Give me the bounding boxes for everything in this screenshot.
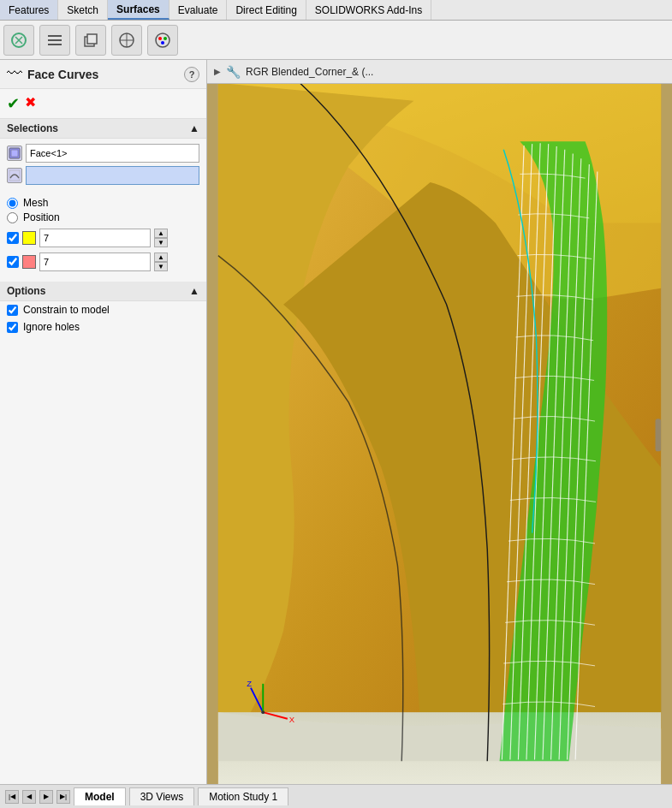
curve-icon: [7, 168, 22, 183]
svg-point-9: [156, 33, 169, 47]
svg-point-33: [261, 710, 265, 714]
tree-item-label: RGR Blended_Corner_& (...: [246, 66, 373, 78]
nav-first[interactable]: |◀: [5, 790, 19, 804]
face-selection-input[interactable]: Face<1>: [26, 144, 199, 163]
second-input-row: [7, 166, 199, 185]
spinner-row-2: ▲ ▼: [0, 251, 206, 273]
action-row: ✔ ✖: [0, 89, 206, 119]
svg-rect-1: [48, 35, 62, 37]
svg-point-11: [164, 37, 167, 40]
mesh-radio[interactable]: [7, 198, 18, 209]
nav-prev[interactable]: ◀: [22, 790, 36, 804]
svg-rect-3: [48, 44, 62, 45]
tool-color[interactable]: [147, 25, 178, 56]
position-radio[interactable]: [7, 212, 18, 223]
ignore-holes-checkbox[interactable]: [7, 322, 18, 333]
spinner-1-checkbox[interactable]: [7, 232, 19, 244]
options-label: Options: [7, 285, 45, 297]
ignore-holes-label[interactable]: Ignore holes: [23, 321, 80, 333]
tab-motion-study[interactable]: Motion Study 1: [198, 787, 288, 805]
face-curves-icon: 〰: [7, 65, 22, 83]
panel-header: 〰 Face Curves ?: [0, 60, 206, 89]
radio-group: Mesh Position: [0, 193, 206, 227]
spinner-1-up[interactable]: ▲: [154, 229, 168, 238]
menu-evaluate[interactable]: Evaluate: [169, 0, 228, 20]
component-icon: 🔧: [226, 65, 241, 79]
mesh-label[interactable]: Mesh: [23, 197, 48, 209]
menu-bar: Features Sketch Surfaces Evaluate Direct…: [0, 0, 672, 21]
svg-rect-15: [9, 170, 20, 181]
svg-rect-2: [48, 39, 62, 41]
left-panel: 〰 Face Curves ? ✔ ✖ Selections ▲ Face<1>: [0, 60, 207, 784]
spinner-1-controls: ▲ ▼: [154, 229, 168, 247]
svg-rect-14: [11, 150, 18, 157]
spinner-row-1: ▲ ▼: [0, 227, 206, 249]
svg-text:Z: Z: [247, 679, 252, 688]
spinner-2-up[interactable]: ▲: [154, 253, 168, 262]
selections-chevron: ▲: [189, 122, 199, 134]
spinner-2-down[interactable]: ▼: [154, 262, 168, 271]
scene-viewport[interactable]: Z X: [207, 60, 672, 784]
spinner-1-down[interactable]: ▼: [154, 238, 168, 247]
tab-3dviews[interactable]: 3D Views: [129, 787, 194, 805]
viewport: ▶ 🔧 RGR Blended_Corner_& (...: [207, 60, 672, 784]
nav-next[interactable]: ▶: [39, 790, 53, 804]
tool-move-face[interactable]: [3, 25, 34, 56]
menu-direct-editing[interactable]: Direct Editing: [227, 0, 306, 20]
color-swatch-1: [22, 231, 36, 245]
color-icon: [153, 31, 172, 50]
menu-surfaces[interactable]: Surfaces: [108, 0, 169, 20]
tool-dimension[interactable]: [111, 25, 142, 56]
move-face-icon: [9, 30, 29, 50]
ignore-holes-row: Ignore holes: [0, 318, 206, 336]
help-button[interactable]: ?: [184, 67, 199, 82]
selections-content: Face<1>: [0, 139, 206, 193]
list-icon: [45, 31, 64, 50]
constrain-checkbox[interactable]: [7, 305, 18, 316]
color-swatch-2: [22, 255, 36, 269]
constrain-row: Constrain to model: [0, 301, 206, 318]
selections-label: Selections: [7, 122, 58, 134]
main-layout: 〰 Face Curves ? ✔ ✖ Selections ▲ Face<1>: [0, 60, 672, 784]
scroll-handle[interactable]: [655, 419, 661, 451]
tab-model[interactable]: Model: [74, 787, 126, 805]
toolbar: [0, 21, 672, 60]
copy-icon: [81, 31, 100, 50]
mesh-radio-row: Mesh: [7, 197, 199, 209]
position-label[interactable]: Position: [23, 211, 60, 223]
menu-solidworks-addins[interactable]: SOLIDWORKS Add-Ins: [306, 0, 431, 20]
face-input-row: Face<1>: [7, 144, 199, 163]
svg-rect-5: [87, 34, 97, 44]
svg-point-10: [158, 37, 162, 40]
position-radio-row: Position: [7, 211, 199, 223]
second-selection-input[interactable]: [26, 166, 199, 185]
ok-button[interactable]: ✔: [7, 94, 20, 113]
tree-header: ▶ 🔧 RGR Blended_Corner_& (...: [207, 60, 672, 84]
spinner-1-input[interactable]: [39, 229, 151, 247]
tool-list[interactable]: [39, 25, 70, 56]
cancel-button[interactable]: ✖: [25, 94, 36, 113]
options-chevron: ▲: [189, 285, 199, 297]
nav-last[interactable]: ▶|: [56, 790, 70, 804]
svg-point-12: [161, 41, 164, 45]
options-section-header[interactable]: Options ▲: [0, 282, 206, 301]
tree-expand-arrow[interactable]: ▶: [214, 67, 221, 76]
selections-section-header[interactable]: Selections ▲: [0, 119, 206, 139]
constrain-label[interactable]: Constrain to model: [23, 304, 110, 316]
options-content: Constrain to model Ignore holes: [0, 301, 206, 336]
status-bar: |◀ ◀ ▶ ▶| Model 3D Views Motion Study 1: [0, 784, 672, 808]
svg-text:X: X: [289, 715, 295, 724]
menu-features[interactable]: Features: [0, 0, 58, 20]
dimension-icon: [117, 31, 136, 50]
tool-copy[interactable]: [75, 25, 106, 56]
menu-sketch[interactable]: Sketch: [58, 0, 108, 20]
panel-title: Face Curves: [27, 68, 98, 81]
spinner-2-checkbox[interactable]: [7, 256, 19, 268]
spinner-2-controls: ▲ ▼: [154, 253, 168, 271]
face-icon: [7, 146, 22, 161]
spinner-2-input[interactable]: [39, 253, 151, 271]
